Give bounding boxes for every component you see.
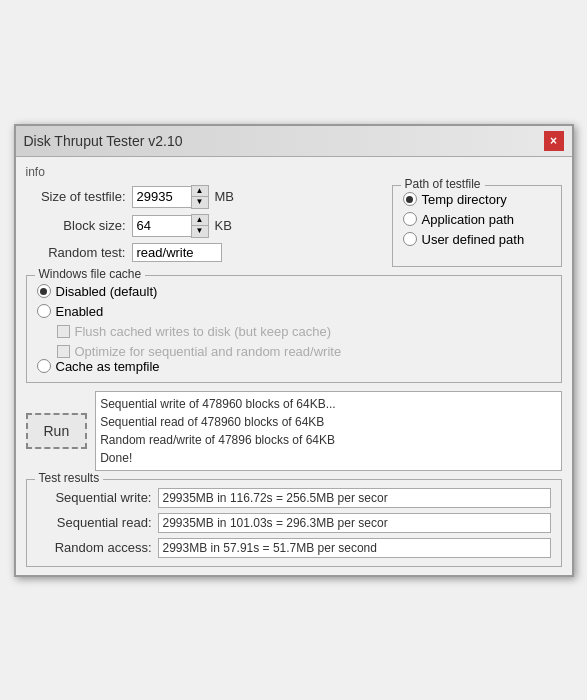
content-area: info Size of testfile: ▲ ▼ MB Block size… — [16, 157, 572, 575]
window-title: Disk Thruput Tester v2.10 — [24, 133, 183, 149]
block-up-button[interactable]: ▲ — [192, 215, 208, 226]
random-label: Random test: — [26, 245, 126, 260]
output-line-4: Done! — [100, 449, 556, 467]
cache-option-tempfile[interactable]: Cache as tempfile — [37, 359, 551, 374]
random-input[interactable] — [132, 243, 222, 262]
result-row-read: Sequential read: 29935MB in 101.03s = 29… — [37, 513, 551, 533]
random-row: Random test: — [26, 243, 382, 262]
path-label-temp: Temp directory — [422, 192, 507, 207]
block-input[interactable] — [132, 215, 192, 237]
size-spin-buttons: ▲ ▼ — [191, 185, 209, 209]
path-option-user[interactable]: User defined path — [403, 232, 551, 247]
cache-sub-options: Flush cached writes to disk (but keep ca… — [57, 324, 551, 359]
result-label-read: Sequential read: — [37, 515, 152, 530]
path-group: Path of testfile Temp directory Applicat… — [392, 185, 562, 267]
run-button-wrap: Run — [26, 391, 88, 471]
app-window: Disk Thruput Tester v2.10 × info Size of… — [14, 124, 574, 577]
output-box[interactable]: Sequential write of 478960 blocks of 64K… — [95, 391, 561, 471]
cache-label-flush: Flush cached writes to disk (but keep ca… — [75, 324, 332, 339]
cache-option-enabled[interactable]: Enabled — [37, 304, 551, 319]
top-section: Size of testfile: ▲ ▼ MB Block size: — [26, 185, 562, 267]
cache-option-flush: Flush cached writes to disk (but keep ca… — [57, 324, 551, 339]
size-input[interactable] — [132, 186, 192, 208]
cache-radio-enabled[interactable] — [37, 304, 51, 318]
block-down-button[interactable]: ▼ — [192, 226, 208, 237]
path-label-app: Application path — [422, 212, 515, 227]
path-label-user: User defined path — [422, 232, 525, 247]
block-spinbox: ▲ ▼ — [132, 214, 209, 238]
cache-checkbox-optimize — [57, 345, 70, 358]
cache-option-optimize: Optimize for sequential and random read/… — [57, 344, 551, 359]
cache-label-disabled: Disabled (default) — [56, 284, 158, 299]
result-value-read: 29935MB in 101.03s = 296.3MB per secor — [158, 513, 551, 533]
cache-checkbox-flush — [57, 325, 70, 338]
cache-group: Windows file cache Disabled (default) En… — [26, 275, 562, 383]
block-spin-buttons: ▲ ▼ — [191, 214, 209, 238]
output-line-3: Random read/write of 47896 blocks of 64K… — [100, 431, 556, 449]
cache-label-enabled: Enabled — [56, 304, 104, 319]
result-label-write: Sequential write: — [37, 490, 152, 505]
results-group: Test results Sequential write: 29935MB i… — [26, 479, 562, 567]
path-radio-temp[interactable] — [403, 192, 417, 206]
result-label-random: Random access: — [37, 540, 152, 555]
block-row: Block size: ▲ ▼ KB — [26, 214, 382, 238]
run-button[interactable]: Run — [26, 413, 88, 449]
result-value-random: 2993MB in 57.91s = 51.7MB per second — [158, 538, 551, 558]
size-spinbox: ▲ ▼ — [132, 185, 209, 209]
path-option-app[interactable]: Application path — [403, 212, 551, 227]
title-bar: Disk Thruput Tester v2.10 × — [16, 126, 572, 157]
output-line-1: Sequential write of 478960 blocks of 64K… — [100, 395, 556, 413]
size-label: Size of testfile: — [26, 189, 126, 204]
size-unit: MB — [215, 189, 235, 204]
cache-radio-tempfile[interactable] — [37, 359, 51, 373]
cache-label-tempfile: Cache as tempfile — [56, 359, 160, 374]
run-output-section: Run Sequential write of 478960 blocks of… — [26, 391, 562, 471]
output-line-2: Sequential read of 478960 blocks of 64KB — [100, 413, 556, 431]
result-value-write: 29935MB in 116.72s = 256.5MB per secor — [158, 488, 551, 508]
size-row: Size of testfile: ▲ ▼ MB — [26, 185, 382, 209]
cache-radio-disabled[interactable] — [37, 284, 51, 298]
path-option-temp[interactable]: Temp directory — [403, 192, 551, 207]
result-row-write: Sequential write: 29935MB in 116.72s = 2… — [37, 488, 551, 508]
close-button[interactable]: × — [544, 131, 564, 151]
result-row-random: Random access: 2993MB in 57.91s = 51.7MB… — [37, 538, 551, 558]
path-radio-user[interactable] — [403, 232, 417, 246]
results-legend: Test results — [35, 471, 104, 485]
path-radio-app[interactable] — [403, 212, 417, 226]
size-up-button[interactable]: ▲ — [192, 186, 208, 197]
block-label: Block size: — [26, 218, 126, 233]
left-fields: Size of testfile: ▲ ▼ MB Block size: — [26, 185, 382, 267]
cache-label-optimize: Optimize for sequential and random read/… — [75, 344, 342, 359]
size-down-button[interactable]: ▼ — [192, 197, 208, 208]
path-group-legend: Path of testfile — [401, 177, 485, 191]
cache-option-disabled[interactable]: Disabled (default) — [37, 284, 551, 299]
block-unit: KB — [215, 218, 232, 233]
cache-group-legend: Windows file cache — [35, 267, 146, 281]
